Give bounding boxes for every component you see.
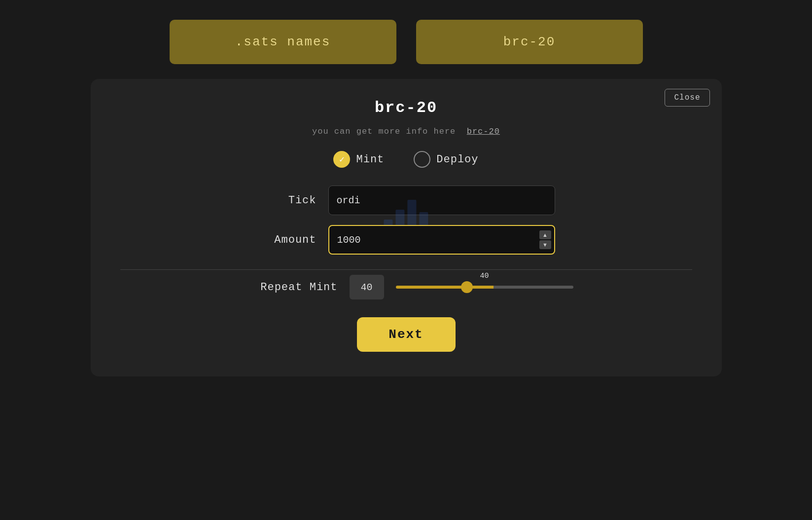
radio-mint[interactable]: Mint — [333, 151, 384, 168]
brc20-link[interactable]: brc-20 — [467, 127, 500, 136]
amount-arrows: ▲ ▼ — [539, 230, 551, 249]
divider — [120, 269, 692, 270]
tab-sats-names[interactable]: .sats names — [170, 20, 396, 64]
radio-deploy-label: Deploy — [436, 153, 478, 166]
modal: BLOCKBEATS Close brc-20 you can get more… — [91, 79, 722, 376]
amount-label: Amount — [257, 234, 317, 246]
amount-row: Amount ▲ ▼ — [120, 225, 692, 255]
tick-label: Tick — [257, 194, 317, 207]
amount-up-button[interactable]: ▲ — [539, 230, 551, 239]
radio-group: Mint Deploy — [333, 151, 478, 168]
slider-tooltip: 40 — [480, 272, 489, 280]
radio-mint-circle[interactable] — [333, 151, 350, 168]
repeat-mint-slider[interactable] — [396, 286, 573, 289]
modal-title: brc-20 — [375, 99, 437, 117]
repeat-mint-section: Repeat Mint 40 40 — [120, 275, 692, 299]
info-text: you can get more info here brc-20 — [312, 127, 500, 136]
radio-deploy-circle[interactable] — [414, 151, 430, 168]
repeat-mint-label: Repeat Mint — [239, 281, 338, 294]
next-button[interactable]: Next — [357, 317, 456, 352]
close-button[interactable]: Close — [665, 89, 709, 107]
amount-down-button[interactable]: ▼ — [539, 240, 551, 249]
info-text-static: you can get more info here — [312, 127, 456, 136]
radio-mint-label: Mint — [356, 153, 384, 166]
repeat-mint-value: 40 — [350, 275, 384, 299]
form-fields: Tick Amount ▲ ▼ — [120, 186, 692, 255]
tick-row: Tick — [120, 186, 692, 215]
amount-input[interactable] — [328, 225, 555, 255]
tab-brc-20[interactable]: brc-20 — [416, 20, 643, 64]
slider-container: 40 — [396, 286, 573, 289]
tick-input[interactable] — [328, 186, 555, 215]
top-tabs: .sats names brc-20 — [170, 20, 643, 64]
radio-deploy[interactable]: Deploy — [414, 151, 478, 168]
amount-wrapper: ▲ ▼ — [328, 225, 555, 255]
